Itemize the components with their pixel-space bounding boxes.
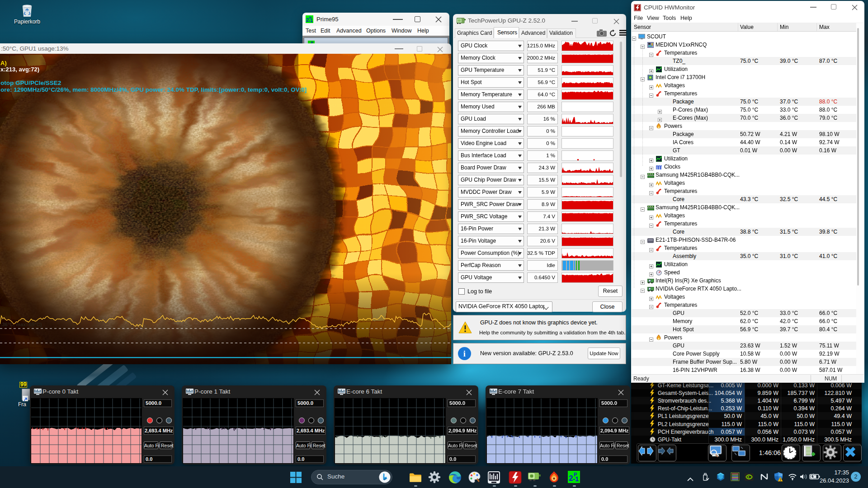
svg-text:-1: -1 [573,475,579,483]
svg-text:-1: -1 [309,18,313,23]
